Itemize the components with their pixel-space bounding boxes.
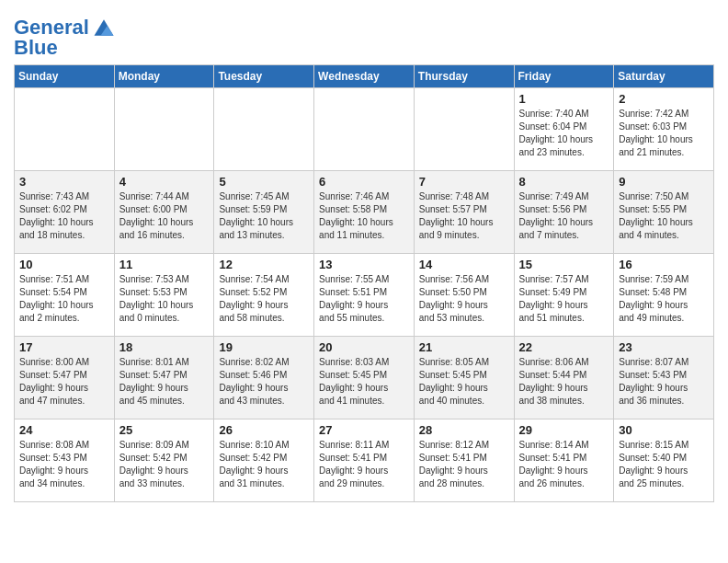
header: General Blue (14, 9, 714, 59)
day-number: 18 (119, 340, 210, 354)
day-number: 17 (19, 340, 109, 354)
cell-info: Sunrise: 8:06 AM Sunset: 5:44 PM Dayligh… (519, 356, 609, 408)
day-number: 7 (419, 175, 509, 189)
cell-info: Sunrise: 8:08 AM Sunset: 5:43 PM Dayligh… (19, 439, 109, 490)
day-number: 16 (619, 258, 709, 271)
day-number: 26 (219, 423, 309, 437)
cell-info: Sunrise: 8:00 AM Sunset: 5:47 PM Dayligh… (19, 356, 109, 408)
calendar-week-row: 10Sunrise: 7:51 AM Sunset: 5:54 PM Dayli… (15, 254, 714, 337)
cell-info: Sunrise: 7:44 AM Sunset: 6:00 PM Dayligh… (119, 190, 210, 242)
weekday-header: Wednesday (314, 65, 415, 88)
cell-info: Sunrise: 7:43 AM Sunset: 6:02 PM Dayligh… (19, 190, 109, 242)
calendar-cell: 22Sunrise: 8:06 AM Sunset: 5:44 PM Dayli… (514, 337, 614, 419)
day-number: 12 (219, 258, 309, 271)
day-number: 15 (519, 258, 609, 271)
cell-info: Sunrise: 8:05 AM Sunset: 5:45 PM Dayligh… (419, 356, 509, 408)
day-number: 21 (419, 340, 509, 354)
cell-info: Sunrise: 7:48 AM Sunset: 5:57 PM Dayligh… (419, 190, 509, 242)
calendar-cell: 9Sunrise: 7:50 AM Sunset: 5:55 PM Daylig… (614, 171, 714, 254)
logo-icon (91, 15, 117, 40)
day-number: 8 (519, 175, 609, 189)
day-number: 29 (519, 423, 609, 437)
weekday-header: Sunday (15, 65, 115, 88)
calendar-cell: 13Sunrise: 7:55 AM Sunset: 5:51 PM Dayli… (314, 254, 415, 337)
weekday-header: Thursday (414, 65, 514, 88)
cell-info: Sunrise: 8:11 AM Sunset: 5:41 PM Dayligh… (319, 439, 409, 490)
calendar-cell (15, 88, 115, 171)
cell-info: Sunrise: 7:42 AM Sunset: 6:03 PM Dayligh… (619, 108, 709, 159)
cell-info: Sunrise: 7:51 AM Sunset: 5:54 PM Dayligh… (19, 273, 109, 325)
day-number: 3 (19, 175, 109, 189)
calendar-cell: 12Sunrise: 7:54 AM Sunset: 5:52 PM Dayli… (214, 254, 314, 337)
calendar-table: SundayMondayTuesdayWednesdayThursdayFrid… (14, 64, 714, 502)
calendar-cell: 10Sunrise: 7:51 AM Sunset: 5:54 PM Dayli… (15, 254, 115, 337)
calendar-cell: 16Sunrise: 7:59 AM Sunset: 5:48 PM Dayli… (614, 254, 714, 337)
calendar-week-row: 17Sunrise: 8:00 AM Sunset: 5:47 PM Dayli… (15, 337, 714, 419)
calendar-cell (114, 88, 214, 171)
day-number: 4 (119, 175, 210, 189)
calendar-cell: 26Sunrise: 8:10 AM Sunset: 5:42 PM Dayli… (214, 419, 314, 502)
day-number: 6 (319, 175, 409, 189)
calendar-cell (214, 88, 314, 171)
calendar-header-row: SundayMondayTuesdayWednesdayThursdayFrid… (15, 65, 714, 88)
logo: General Blue (14, 15, 117, 59)
calendar-cell: 2Sunrise: 7:42 AM Sunset: 6:03 PM Daylig… (614, 88, 714, 171)
day-number: 25 (119, 423, 210, 437)
cell-info: Sunrise: 8:03 AM Sunset: 5:45 PM Dayligh… (319, 356, 409, 408)
day-number: 24 (19, 423, 109, 437)
cell-info: Sunrise: 8:12 AM Sunset: 5:41 PM Dayligh… (419, 439, 509, 490)
cell-info: Sunrise: 7:55 AM Sunset: 5:51 PM Dayligh… (319, 273, 409, 325)
day-number: 23 (619, 340, 709, 354)
calendar-cell: 20Sunrise: 8:03 AM Sunset: 5:45 PM Dayli… (314, 337, 415, 419)
calendar-cell: 28Sunrise: 8:12 AM Sunset: 5:41 PM Dayli… (414, 419, 514, 502)
weekday-header: Monday (114, 65, 214, 88)
cell-info: Sunrise: 7:56 AM Sunset: 5:50 PM Dayligh… (419, 273, 509, 325)
day-number: 28 (419, 423, 509, 437)
calendar-body: 1Sunrise: 7:40 AM Sunset: 6:04 PM Daylig… (15, 88, 714, 502)
calendar-cell: 17Sunrise: 8:00 AM Sunset: 5:47 PM Dayli… (15, 337, 115, 419)
calendar-week-row: 1Sunrise: 7:40 AM Sunset: 6:04 PM Daylig… (15, 88, 714, 171)
calendar-cell: 4Sunrise: 7:44 AM Sunset: 6:00 PM Daylig… (114, 171, 214, 254)
calendar-cell: 30Sunrise: 8:15 AM Sunset: 5:40 PM Dayli… (614, 419, 714, 502)
calendar-cell: 3Sunrise: 7:43 AM Sunset: 6:02 PM Daylig… (15, 171, 115, 254)
calendar-cell: 1Sunrise: 7:40 AM Sunset: 6:04 PM Daylig… (514, 88, 614, 171)
day-number: 13 (319, 258, 409, 271)
cell-info: Sunrise: 7:59 AM Sunset: 5:48 PM Dayligh… (619, 273, 709, 325)
cell-info: Sunrise: 7:54 AM Sunset: 5:52 PM Dayligh… (219, 273, 309, 325)
cell-info: Sunrise: 8:15 AM Sunset: 5:40 PM Dayligh… (619, 439, 709, 490)
calendar-cell: 23Sunrise: 8:07 AM Sunset: 5:43 PM Dayli… (614, 337, 714, 419)
calendar-cell: 14Sunrise: 7:56 AM Sunset: 5:50 PM Dayli… (414, 254, 514, 337)
day-number: 22 (519, 340, 609, 354)
day-number: 19 (219, 340, 309, 354)
cell-info: Sunrise: 8:09 AM Sunset: 5:42 PM Dayligh… (119, 439, 210, 490)
cell-info: Sunrise: 7:53 AM Sunset: 5:53 PM Dayligh… (119, 273, 210, 325)
calendar-cell: 24Sunrise: 8:08 AM Sunset: 5:43 PM Dayli… (15, 419, 115, 502)
day-number: 27 (319, 423, 409, 437)
calendar-cell (314, 88, 415, 171)
calendar-cell: 5Sunrise: 7:45 AM Sunset: 5:59 PM Daylig… (214, 171, 314, 254)
calendar-cell: 15Sunrise: 7:57 AM Sunset: 5:49 PM Dayli… (514, 254, 614, 337)
day-number: 30 (619, 423, 709, 437)
cell-info: Sunrise: 7:40 AM Sunset: 6:04 PM Dayligh… (519, 108, 609, 159)
cell-info: Sunrise: 7:49 AM Sunset: 5:56 PM Dayligh… (519, 190, 609, 242)
day-number: 14 (419, 258, 509, 271)
calendar-cell (414, 88, 514, 171)
day-number: 1 (519, 92, 609, 106)
calendar-cell: 21Sunrise: 8:05 AM Sunset: 5:45 PM Dayli… (414, 337, 514, 419)
cell-info: Sunrise: 8:14 AM Sunset: 5:41 PM Dayligh… (519, 439, 609, 490)
calendar-cell: 29Sunrise: 8:14 AM Sunset: 5:41 PM Dayli… (514, 419, 614, 502)
calendar-cell: 25Sunrise: 8:09 AM Sunset: 5:42 PM Dayli… (114, 419, 214, 502)
cell-info: Sunrise: 8:10 AM Sunset: 5:42 PM Dayligh… (219, 439, 309, 490)
day-number: 2 (619, 92, 709, 106)
cell-info: Sunrise: 8:02 AM Sunset: 5:46 PM Dayligh… (219, 356, 309, 408)
weekday-header: Saturday (614, 65, 714, 88)
calendar-cell: 27Sunrise: 8:11 AM Sunset: 5:41 PM Dayli… (314, 419, 415, 502)
day-number: 9 (619, 175, 709, 189)
cell-info: Sunrise: 7:45 AM Sunset: 5:59 PM Dayligh… (219, 190, 309, 242)
calendar-cell: 7Sunrise: 7:48 AM Sunset: 5:57 PM Daylig… (414, 171, 514, 254)
day-number: 10 (19, 258, 109, 271)
calendar-cell: 8Sunrise: 7:49 AM Sunset: 5:56 PM Daylig… (514, 171, 614, 254)
cell-info: Sunrise: 7:46 AM Sunset: 5:58 PM Dayligh… (319, 190, 409, 242)
weekday-header: Friday (514, 65, 614, 88)
day-number: 20 (319, 340, 409, 354)
